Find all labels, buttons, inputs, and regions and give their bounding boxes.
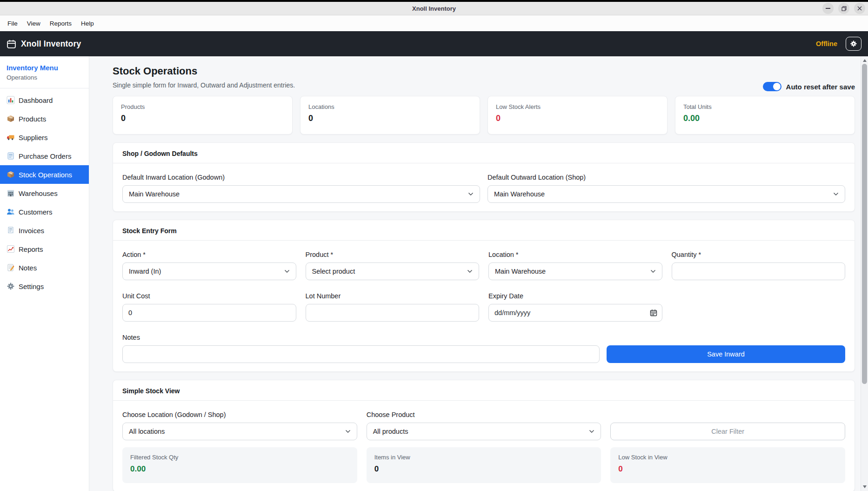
action-field: Action * Inward (In) — [122, 251, 296, 280]
simple-stock-view-title: Simple Stock View — [122, 387, 845, 395]
expiry-date-input[interactable] — [488, 304, 662, 322]
truck-icon — [7, 133, 15, 141]
window-title: Xnoll Inventory — [412, 5, 456, 12]
titlebar: Xnoll Inventory — [0, 2, 868, 15]
default-outward-location-select[interactable]: Main Warehouse — [487, 185, 845, 203]
stat-value: 0 — [618, 464, 837, 474]
select-value: Main Warehouse — [495, 268, 546, 275]
minimize-button[interactable] — [822, 3, 834, 14]
filtered-stock-qty-stat: Filtered Stock Qty 0.00 — [122, 447, 357, 483]
memo-pencil-icon — [7, 263, 15, 272]
product-select[interactable]: Select product — [306, 262, 480, 280]
header-settings-button[interactable] — [846, 37, 861, 51]
chevron-down-icon — [467, 269, 473, 273]
calendar-picker-icon[interactable] — [650, 309, 657, 316]
package-icon — [7, 114, 15, 123]
empty-cell — [672, 292, 846, 322]
default-outward-location-field: Default Outward Location (Shop) Main War… — [487, 174, 845, 203]
page-header: Stock Operations Single simple form for … — [113, 65, 855, 89]
sidebar-item-label: Customers — [19, 208, 53, 216]
chevron-down-icon — [650, 269, 656, 273]
chevron-down-icon — [468, 192, 474, 196]
toggle-knob — [773, 83, 781, 90]
scrollbar-thumb[interactable] — [862, 64, 867, 384]
stock-entry-card: Stock Entry Form Action * Inward (In) — [113, 220, 855, 372]
sidebar-item-warehouses[interactable]: Warehouses — [0, 184, 89, 202]
app-title: Xnoll Inventory — [21, 39, 81, 49]
clear-filter-button[interactable]: Clear Filter — [610, 423, 845, 440]
stat-value: 0 — [121, 114, 284, 123]
sidebar-item-dashboard[interactable]: Dashboard — [0, 91, 89, 109]
menu-help[interactable]: Help — [76, 18, 99, 29]
select-value: Main Warehouse — [494, 190, 545, 198]
sidebar-item-label: Dashboard — [19, 96, 53, 104]
menu-reports[interactable]: Reports — [45, 18, 76, 29]
field-label: Choose Location (Godown / Shop) — [122, 411, 357, 418]
menu-view[interactable]: View — [22, 18, 45, 29]
stat-label: Locations — [308, 103, 472, 110]
stat-value: 0 — [308, 114, 472, 123]
defaults-card: Shop / Godown Defaults Default Inward Lo… — [113, 142, 855, 212]
sidebar-item-label: Purchase Orders — [19, 152, 71, 160]
sidebar-item-label: Warehouses — [19, 189, 58, 197]
chevron-down-icon — [345, 430, 351, 433]
sidebar-item-settings[interactable]: Settings — [0, 277, 89, 296]
sidebar-item-invoices[interactable]: Invoices — [0, 221, 89, 240]
stat-label: Total Units — [683, 103, 847, 110]
save-inward-button[interactable]: Save Inward — [607, 345, 845, 363]
choose-location-select[interactable]: All locations — [122, 423, 357, 440]
chart-up-icon — [7, 245, 15, 253]
receipt-icon — [7, 226, 15, 235]
select-value: Inward (In) — [129, 268, 161, 275]
scroll-down-arrow-icon[interactable] — [863, 485, 867, 488]
stock-entry-card-title: Stock Entry Form — [122, 227, 845, 235]
lot-number-field: Lot Number — [306, 292, 480, 322]
action-select[interactable]: Inward (In) — [122, 262, 296, 280]
people-icon — [7, 208, 15, 216]
sidebar-item-reports[interactable]: Reports — [0, 240, 89, 258]
divider — [113, 400, 855, 401]
field-label: Action * — [122, 251, 296, 258]
notes-block: Notes Save Inward — [122, 334, 845, 363]
sidebar-item-stock-operations[interactable]: Stock Operations — [0, 165, 89, 184]
auto-reset-toggle[interactable] — [763, 82, 781, 91]
restore-button[interactable] — [838, 3, 849, 14]
calendar-icon — [7, 39, 16, 49]
app-window: Xnoll Inventory File View Reports Help — [0, 0, 868, 491]
default-inward-location-select[interactable]: Main Warehouse — [122, 185, 480, 203]
choose-product-select[interactable]: All products — [367, 423, 601, 440]
auto-reset-control: Auto reset after save — [763, 82, 855, 91]
stat-card-products: Products 0 — [113, 96, 293, 135]
gear-icon — [850, 40, 857, 47]
stat-card-locations: Locations 0 — [300, 96, 480, 135]
sidebar-divider — [0, 88, 89, 88]
sidebar-item-label: Stock Operations — [19, 171, 72, 179]
stat-label: Low Stock in View — [618, 454, 837, 461]
restore-icon — [841, 6, 847, 11]
sidebar-item-customers[interactable]: Customers — [0, 202, 89, 221]
sidebar-item-suppliers[interactable]: Suppliers — [0, 128, 89, 147]
field-label: Quantity * — [672, 251, 846, 258]
sidebar-item-label: Products — [19, 115, 46, 123]
menu-file[interactable]: File — [3, 18, 22, 29]
sidebar-item-products[interactable]: Products — [0, 109, 89, 128]
location-select[interactable]: Main Warehouse — [488, 262, 662, 280]
quantity-field: Quantity * — [672, 251, 846, 280]
offline-status-badge: Offline — [816, 40, 837, 47]
stat-label: Items in View — [374, 454, 594, 461]
building-icon — [7, 189, 15, 197]
notes-input[interactable] — [122, 345, 600, 363]
sidebar-item-notes[interactable]: Notes — [0, 258, 89, 277]
close-button[interactable] — [854, 3, 865, 14]
unit-cost-input[interactable] — [122, 304, 296, 322]
vertical-scrollbar[interactable] — [861, 56, 868, 491]
main-content: Stock Operations Single simple form for … — [89, 56, 861, 491]
field-label: Location * — [488, 251, 662, 258]
lot-number-input[interactable] — [306, 304, 480, 322]
stat-value: 0 — [374, 464, 594, 474]
sidebar-item-purchase-orders[interactable]: Purchase Orders — [0, 147, 89, 165]
scroll-up-arrow-icon[interactable] — [863, 59, 867, 62]
quantity-input[interactable] — [672, 262, 846, 280]
choose-location-field: Choose Location (Godown / Shop) All loca… — [122, 411, 357, 440]
clear-filter-cell: Clear Filter — [610, 411, 845, 440]
